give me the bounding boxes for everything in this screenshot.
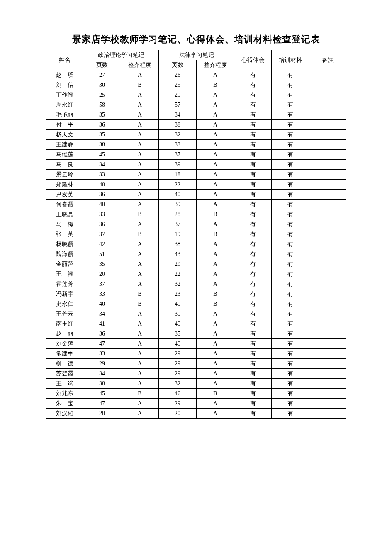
- cell-law-pages: 29: [159, 359, 197, 369]
- cell-law-pages: 38: [159, 120, 197, 130]
- cell-experience: 有: [234, 409, 272, 419]
- cell-experience: 有: [234, 329, 272, 339]
- cell-politics-pages: 37: [83, 229, 121, 239]
- cell-politics-neat: A: [121, 70, 159, 80]
- cell-name: 史永仁: [46, 299, 83, 309]
- cell-experience: 有: [234, 339, 272, 349]
- cell-experience: 有: [234, 359, 272, 369]
- cell-politics-pages: 36: [83, 120, 121, 130]
- cell-politics-pages: 33: [83, 209, 121, 219]
- cell-politics-pages: 20: [83, 409, 121, 419]
- cell-remark: [309, 229, 346, 239]
- cell-politics-pages: 47: [83, 399, 121, 409]
- cell-law-neat: A: [197, 279, 234, 289]
- cell-law-neat: A: [197, 349, 234, 359]
- header-name: 姓名: [46, 50, 83, 70]
- cell-remark: [309, 239, 346, 249]
- cell-politics-pages: 47: [83, 339, 121, 349]
- cell-politics-pages: 38: [83, 140, 121, 150]
- cell-experience: 有: [234, 140, 272, 150]
- cell-experience: 有: [234, 209, 272, 219]
- cell-training: 有: [272, 299, 309, 309]
- cell-politics-pages: 45: [83, 150, 121, 160]
- table-row: 赵 丽36A35A有有: [46, 329, 346, 339]
- table-row: 王晓晶33B28B有有: [46, 209, 346, 219]
- cell-politics-neat: A: [121, 339, 159, 349]
- table-row: 王建辉38A33A有有: [46, 140, 346, 150]
- cell-politics-neat: A: [121, 110, 159, 120]
- table-row: 南玉红41A40A有有: [46, 319, 346, 329]
- cell-remark: [309, 110, 346, 120]
- cell-remark: [309, 150, 346, 160]
- cell-law-pages: 40: [159, 190, 197, 200]
- cell-politics-neat: A: [121, 239, 159, 249]
- cell-training: 有: [272, 130, 309, 140]
- cell-name: 刘汉雄: [46, 409, 83, 419]
- cell-law-pages: 22: [159, 269, 197, 279]
- cell-remark: [309, 389, 346, 399]
- cell-law-neat: A: [197, 70, 234, 80]
- cell-name: 杨晓霞: [46, 239, 83, 249]
- cell-experience: 有: [234, 70, 272, 80]
- cell-experience: 有: [234, 319, 272, 329]
- cell-politics-neat: A: [121, 369, 159, 379]
- cell-name: 常建军: [46, 349, 83, 359]
- cell-experience: 有: [234, 190, 272, 200]
- cell-law-neat: A: [197, 369, 234, 379]
- cell-training: 有: [272, 239, 309, 249]
- cell-law-neat: A: [197, 409, 234, 419]
- cell-law-neat: A: [197, 309, 234, 319]
- cell-politics-pages: 40: [83, 299, 121, 309]
- cell-law-neat: A: [197, 110, 234, 120]
- cell-experience: 有: [234, 259, 272, 269]
- table-row: 毛艳丽35A34A有有: [46, 110, 346, 120]
- cell-remark: [309, 130, 346, 140]
- cell-experience: 有: [234, 80, 272, 90]
- cell-law-neat: A: [197, 180, 234, 190]
- cell-experience: 有: [234, 239, 272, 249]
- cell-politics-pages: 33: [83, 349, 121, 359]
- cell-politics-neat: A: [121, 120, 159, 130]
- cell-law-pages: 33: [159, 140, 197, 150]
- cell-experience: 有: [234, 100, 272, 110]
- cell-name: 刘 信: [46, 80, 83, 90]
- cell-name: 赵 璞: [46, 70, 83, 80]
- cell-remark: [309, 269, 346, 279]
- cell-politics-neat: A: [121, 130, 159, 140]
- cell-law-pages: 18: [159, 170, 197, 180]
- cell-law-neat: A: [197, 269, 234, 279]
- cell-experience: 有: [234, 279, 272, 289]
- cell-remark: [309, 180, 346, 190]
- cell-remark: [309, 399, 346, 409]
- cell-politics-pages: 42: [83, 239, 121, 249]
- cell-law-pages: 32: [159, 279, 197, 289]
- cell-politics-pages: 34: [83, 369, 121, 379]
- cell-politics-pages: 25: [83, 90, 121, 100]
- cell-politics-neat: A: [121, 319, 159, 329]
- cell-remark: [309, 200, 346, 209]
- header-law: 法律学习笔记: [159, 50, 234, 60]
- page-title: 景家店学校教师学习笔记、心得体会、培训材料检查登记表: [46, 33, 346, 46]
- table-row: 朱 宝47A29A有有: [46, 399, 346, 409]
- table-row: 刘兆东45B46B有有: [46, 389, 346, 399]
- cell-politics-pages: 33: [83, 289, 121, 299]
- cell-training: 有: [272, 289, 309, 299]
- cell-remark: [309, 349, 346, 359]
- cell-law-pages: 32: [159, 379, 197, 389]
- cell-name: 何喜霞: [46, 200, 83, 209]
- cell-training: 有: [272, 90, 309, 100]
- cell-law-pages: 29: [159, 399, 197, 409]
- table-row: 张 英37B19B有有: [46, 229, 346, 239]
- cell-politics-pages: 36: [83, 190, 121, 200]
- cell-politics-neat: A: [121, 399, 159, 409]
- table-row: 王芳云34A30A有有: [46, 309, 346, 319]
- cell-training: 有: [272, 319, 309, 329]
- cell-politics-neat: B: [121, 389, 159, 399]
- cell-name: 尹发英: [46, 190, 83, 200]
- table-row: 杨晓霞42A38A有有: [46, 239, 346, 249]
- cell-politics-pages: 41: [83, 319, 121, 329]
- cell-law-pages: 39: [159, 160, 197, 170]
- cell-remark: [309, 279, 346, 289]
- table-row: 常建军33A29A有有: [46, 349, 346, 359]
- cell-law-neat: A: [197, 259, 234, 269]
